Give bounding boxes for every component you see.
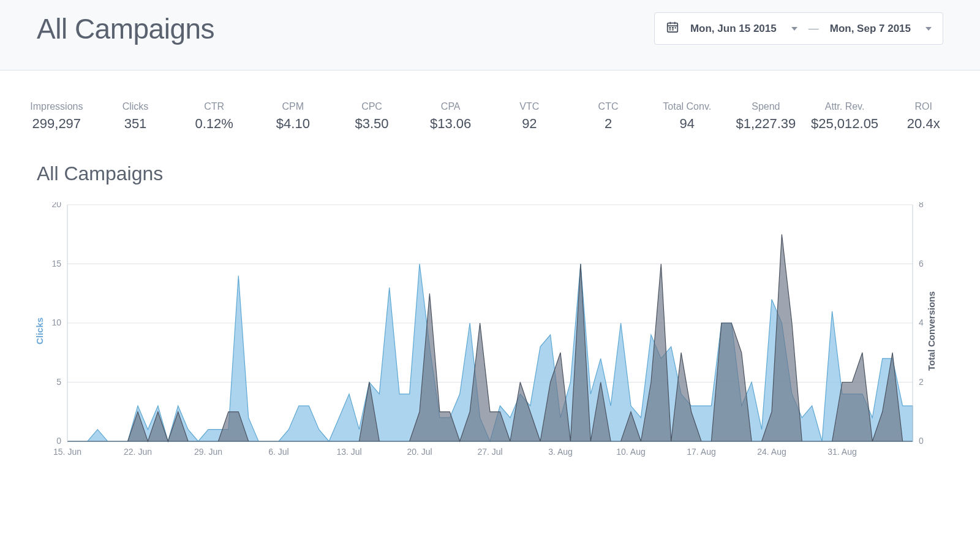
stat-spend: Spend$1,227.39 (728, 101, 804, 132)
chart-title: All Campaigns (37, 162, 943, 185)
calendar-icon (666, 20, 679, 37)
svg-rect-7 (669, 29, 671, 31)
stat-label: Clicks (97, 101, 174, 112)
svg-rect-5 (672, 27, 674, 29)
stat-roi: ROI20.4x (885, 101, 962, 132)
stat-label: CPA (412, 101, 489, 112)
svg-rect-4 (669, 27, 671, 29)
stat-cpm: CPM$4.10 (255, 101, 331, 132)
stat-ctr: CTR0.12% (176, 101, 252, 132)
svg-text:6: 6 (919, 259, 924, 268)
svg-text:8: 8 (919, 202, 924, 209)
stat-value: 351 (97, 116, 174, 132)
stat-value: $13.06 (412, 116, 489, 132)
stat-value: 20.4x (885, 116, 962, 132)
stat-vtc: VTC92 (491, 101, 568, 132)
stat-label: Impressions (18, 101, 95, 112)
stat-value: 299,297 (18, 116, 95, 132)
date-from[interactable]: Mon, Jun 15 2015 (690, 23, 777, 35)
svg-text:15: 15 (51, 259, 61, 268)
stat-value: $1,227.39 (728, 116, 804, 132)
stat-label: CPM (255, 101, 331, 112)
stat-value: 92 (491, 116, 568, 132)
stat-attr-rev-: Attr. Rev.$25,012.05 (807, 101, 883, 132)
page-title: All Campaigns (37, 12, 214, 45)
stat-ctc: CTC2 (570, 101, 647, 132)
stats-row: Impressions299,297Clicks351CTR0.12%CPM$4… (0, 70, 980, 144)
svg-text:0: 0 (919, 436, 924, 446)
stat-value: $3.50 (334, 116, 410, 132)
chevron-down-icon (791, 27, 797, 31)
date-range-picker[interactable]: Mon, Jun 15 2015 — Mon, Sep 7 2015 (654, 12, 943, 45)
svg-text:20. Jul: 20. Jul (407, 447, 432, 457)
y-right-axis-label: Total Conversions (927, 291, 937, 371)
chevron-down-icon (925, 27, 932, 31)
stat-value: 0.12% (176, 116, 252, 132)
svg-text:27. Jul: 27. Jul (477, 447, 502, 457)
stat-label: CTR (176, 101, 252, 112)
svg-text:10: 10 (51, 318, 61, 327)
stat-label: Total Conv. (649, 101, 725, 112)
svg-text:5: 5 (56, 377, 61, 387)
stat-label: ROI (885, 101, 962, 112)
svg-text:29. Jun: 29. Jun (194, 447, 222, 457)
chart: Clicks Total Conversions 051015200246815… (37, 202, 943, 460)
stat-total-conv-: Total Conv.94 (649, 101, 725, 132)
stat-value: $25,012.05 (807, 116, 883, 132)
svg-text:6. Jul: 6. Jul (268, 447, 288, 457)
stat-value: 94 (649, 116, 725, 132)
stat-value: $4.10 (255, 116, 331, 132)
svg-text:22. Jun: 22. Jun (124, 447, 152, 457)
stat-value: 2 (570, 116, 647, 132)
y-left-axis-label: Clicks (34, 318, 45, 344)
svg-text:4: 4 (919, 318, 924, 327)
stat-impressions: Impressions299,297 (18, 101, 95, 132)
svg-text:13. Jul: 13. Jul (336, 447, 361, 457)
date-separator: — (809, 23, 819, 35)
svg-text:10. Aug: 10. Aug (616, 447, 646, 457)
svg-text:31. Aug: 31. Aug (827, 447, 857, 457)
stat-cpa: CPA$13.06 (412, 101, 489, 132)
stat-label: Spend (728, 101, 804, 112)
svg-text:3. Aug: 3. Aug (548, 447, 573, 457)
svg-text:15. Jun: 15. Jun (53, 447, 81, 457)
svg-text:17. Aug: 17. Aug (687, 447, 716, 457)
svg-text:2: 2 (919, 377, 924, 387)
date-to[interactable]: Mon, Sep 7 2015 (830, 23, 911, 35)
svg-rect-6 (675, 27, 676, 29)
svg-rect-8 (672, 29, 674, 31)
stat-label: VTC (491, 101, 568, 112)
stat-label: CTC (570, 101, 647, 112)
stat-label: CPC (334, 101, 410, 112)
svg-text:20: 20 (51, 202, 61, 209)
svg-text:0: 0 (56, 436, 61, 446)
stat-cpc: CPC$3.50 (334, 101, 410, 132)
stat-label: Attr. Rev. (807, 101, 883, 112)
stat-clicks: Clicks351 (97, 101, 174, 132)
svg-text:24. Aug: 24. Aug (757, 447, 786, 457)
